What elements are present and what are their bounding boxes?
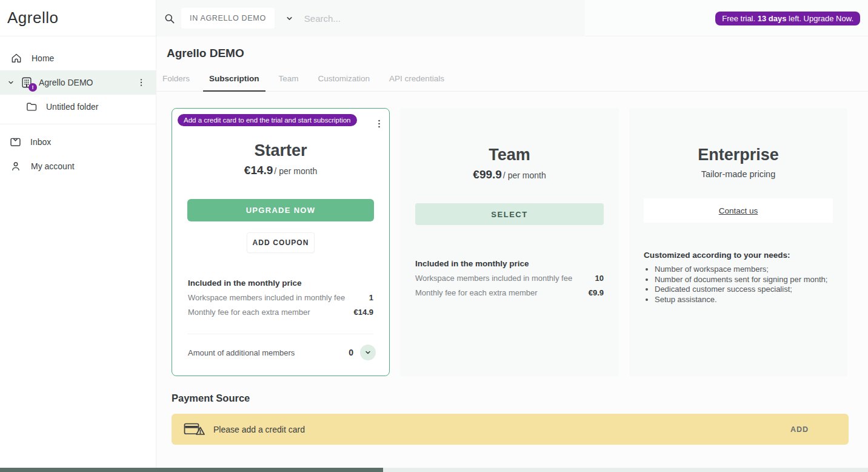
additional-members-label: Amount of additional members [188,348,349,357]
chevron-down-icon[interactable] [285,15,293,22]
tab-folders[interactable]: Folders [156,74,196,92]
topbar: IN AGRELLO DEMO Free trial. 13 days left… [156,0,868,36]
main-content: Agrello DEMO Folders Subscription Team C… [156,36,868,472]
included-row-label: Monthly fee for each extra member [415,288,538,297]
price-value: €14.9 [244,164,273,177]
search-scope-chip[interactable]: IN AGRELLO DEMO [181,8,275,29]
trial-days-left: 13 days [758,14,787,23]
price-value: €99.9 [473,168,502,181]
plan-name: Enterprise [629,146,847,164]
page-title: Agrello DEMO [167,47,868,60]
included-row-value: €14.9 [353,308,373,317]
chevron-down-icon[interactable] [7,79,15,86]
plan-name: Team [400,146,619,164]
sidebar-item-label: Untitled folder [46,102,98,112]
tab-api-credentials[interactable]: API credentials [383,74,450,92]
custom-needs-list: Number of workspace members; Number of d… [644,265,835,305]
additional-members-dropdown[interactable] [360,345,376,360]
free-trial-badge[interactable]: Free trial. 13 days left. Upgrade Now. [715,12,860,25]
plan-card-team: Team €99.9/ per month SELECT Included in… [400,108,619,376]
additional-members-value: 0 [349,348,353,357]
plan-price: €99.9/ per month [400,168,619,181]
tab-bar: Folders Subscription Team Customization … [156,74,868,92]
agrello-logo: Agrello [7,8,58,27]
workspace-alert-badge: ! [28,83,37,92]
sidebar-nav: Home ! Agrello DEMO Untitled f [0,36,156,178]
sidebar-item-label: Inbox [30,137,51,147]
app-window: Agrello Home ! Agrello DEMO [0,0,868,472]
included-row: Monthly fee for each extra member €9.9 [415,288,604,297]
credit-card-warning-icon [184,421,205,437]
folder-icon [25,101,38,113]
tab-subscription[interactable]: Subscription [203,74,265,92]
included-row-value: 1 [369,293,373,302]
included-row-value: €9.9 [589,288,604,297]
sidebar-item-inbox[interactable]: Inbox [0,130,156,154]
sidebar-item-label: My account [31,161,75,171]
included-row-label: Workspace members included in monthly fe… [415,274,572,283]
contact-us-link[interactable]: Contact us [719,206,758,215]
search-bar: IN AGRELLO DEMO [156,0,585,36]
tab-team[interactable]: Team [273,74,305,92]
logo-row: Agrello [0,0,156,36]
sidebar-item-label: Home [32,53,54,63]
included-row: Workspace members included in monthly fe… [188,293,373,302]
included-row: Workspace members included in monthly fe… [415,274,604,283]
sidebar-divider [0,124,156,124]
horizontal-scrollbar [0,468,868,472]
enterprise-custom-section: Customized according to your needs: Numb… [644,251,835,305]
included-row-label: Monthly fee for each extra member [188,308,310,317]
sidebar: Agrello Home ! Agrello DEMO [0,0,156,472]
kebab-menu-icon[interactable] [374,114,384,131]
card-divider [188,334,373,334]
included-row-value: 10 [595,274,604,283]
custom-needs-item: Number of documents sent for signing per… [655,275,835,285]
included-row: Monthly fee for each extra member €14.9 [188,308,373,317]
plan-name: Starter [172,141,389,160]
included-title: Included in the monthly price [415,259,604,268]
trial-text-suffix: left. Upgrade Now. [786,14,853,23]
sidebar-item-label: Agrello DEMO [39,78,93,87]
additional-members-row: Amount of additional members 0 [188,345,376,360]
credit-card-warning-text: Please add a credit card [213,425,790,434]
plan-subtitle: Tailor-made pricing [629,169,847,179]
credit-card-warning-banner: Please add a credit card ADD [172,414,849,445]
mail-icon [9,136,22,149]
add-credit-card-button[interactable]: ADD [790,425,836,434]
price-period: / per month [503,170,546,180]
sidebar-item-workspace[interactable]: ! Agrello DEMO [0,70,156,95]
search-icon [164,13,175,24]
payment-source-section: Payment Source Please add a credit card … [172,393,849,445]
included-title: Included in the monthly price [188,278,373,288]
custom-needs-item: Number of workspace members; [655,265,835,275]
plan-price: €14.9/ per month [172,164,389,177]
plan-card-enterprise: Enterprise Tailor-made pricing Contact u… [629,108,847,376]
user-icon [10,160,22,172]
pricing-cards: Add a credit card to end the trial and s… [172,108,849,376]
team-included-section: Included in the monthly price Workspace … [415,259,604,297]
kebab-menu-icon[interactable] [136,78,146,87]
upgrade-now-button[interactable]: UPGRADE NOW [187,199,374,221]
plan-card-starter: Add a credit card to end the trial and s… [172,108,390,376]
custom-needs-item: Dedicated customer success specialist; [655,285,835,295]
trial-text-prefix: Free trial. [722,14,758,23]
sidebar-item-my-account[interactable]: My account [0,154,156,178]
select-team-button[interactable]: SELECT [415,203,604,225]
starter-trial-pill: Add a credit card to end the trial and s… [178,114,357,126]
sidebar-item-home[interactable]: Home [0,46,156,70]
contact-strip: Contact us [644,198,833,223]
payment-source-title: Payment Source [172,393,849,404]
starter-included-section: Included in the monthly price Workspace … [188,278,373,317]
custom-needs-item: Setup assistance. [655,295,835,305]
sidebar-item-untitled-folder[interactable]: Untitled folder [0,95,156,119]
building-icon: ! [20,76,33,89]
search-input[interactable] [304,13,510,24]
add-coupon-button[interactable]: ADD COUPON [247,232,315,253]
home-icon [10,52,22,64]
tab-customization[interactable]: Customization [312,74,376,92]
horizontal-scrollbar-thumb[interactable] [0,468,383,472]
custom-needs-title: Customized according to your needs: [644,251,835,260]
price-period: / per month [274,166,317,176]
included-row-label: Workspace members included in monthly fe… [188,293,345,302]
